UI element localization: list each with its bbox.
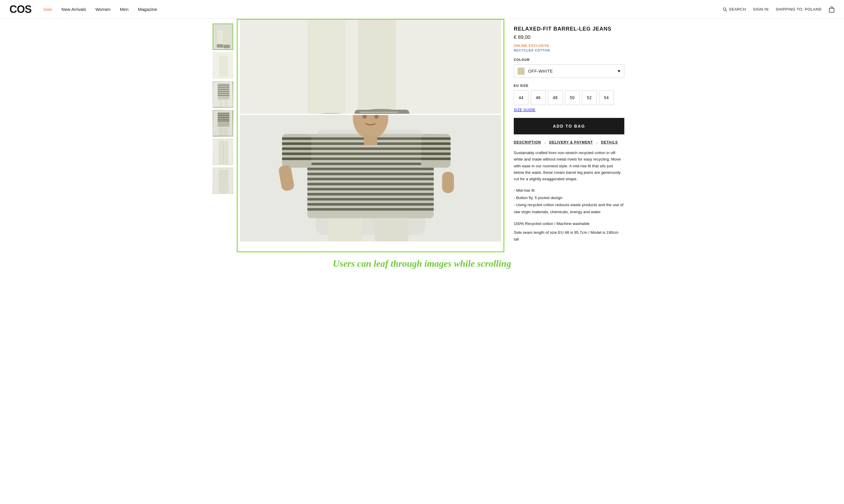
tab-delivery[interactable]: DELIVERY & PAYMENT	[549, 140, 593, 145]
svg-rect-53	[307, 163, 434, 165]
tab-separator-1: –	[544, 140, 546, 145]
colour-selector[interactable]: OFF-WHITE	[514, 65, 624, 78]
bag-button[interactable]	[829, 6, 834, 13]
svg-rect-17	[218, 95, 229, 96]
svg-rect-72	[421, 147, 450, 150]
tab-separator-2: –	[596, 140, 598, 145]
badge-recycled: RECYCLED COTTON	[514, 49, 624, 52]
bottom-annotation: Users can leaf through images while scro…	[0, 252, 844, 275]
chevron-down-icon	[617, 70, 621, 72]
thumbnail-sidebar	[210, 19, 237, 252]
svg-rect-62	[307, 208, 434, 211]
svg-rect-66	[282, 147, 311, 150]
svg-rect-81	[364, 137, 377, 145]
svg-rect-28	[224, 128, 228, 137]
description-text: Sustainably crafted from non-stretch rec…	[514, 150, 624, 182]
thumbnail-6[interactable]	[213, 168, 233, 194]
tab-description[interactable]: DESCRIPTION	[514, 140, 541, 145]
colour-swatch	[518, 68, 525, 75]
product-title: RELAXED-FIT BARREL-LEG JEANS	[514, 26, 624, 32]
search-icon	[722, 7, 727, 12]
svg-rect-4	[218, 30, 223, 46]
svg-rect-73	[421, 152, 450, 155]
size-54[interactable]: 54	[599, 90, 614, 105]
svg-rect-64	[282, 137, 311, 140]
svg-rect-65	[282, 142, 311, 145]
svg-rect-25	[218, 119, 229, 120]
svg-rect-50	[307, 147, 434, 150]
product-image-2	[240, 115, 501, 241]
size-guide-link[interactable]: SIZE GUIDE	[514, 108, 536, 112]
svg-rect-33	[218, 170, 229, 193]
description-bullets: - Mid-rise fit- Button fly, 5 pocket des…	[514, 187, 624, 216]
size-grid: 44 46 48 50 52 54	[514, 90, 624, 105]
add-to-bag-button[interactable]: ADD TO BAG	[514, 118, 624, 134]
svg-rect-75	[328, 218, 362, 241]
svg-rect-74	[421, 158, 450, 160]
svg-rect-57	[307, 183, 434, 185]
size-48[interactable]: 48	[548, 90, 562, 105]
svg-rect-14	[218, 89, 229, 90]
nav-sale[interactable]: Sale	[43, 7, 52, 12]
svg-rect-54	[307, 168, 434, 170]
svg-rect-27	[219, 128, 223, 137]
svg-rect-76	[375, 218, 409, 241]
tab-details[interactable]: DETAILS	[601, 140, 618, 145]
thumbnail-2[interactable]	[213, 52, 233, 79]
svg-rect-26	[218, 121, 229, 122]
svg-rect-9	[219, 56, 228, 76]
svg-point-0	[723, 8, 726, 10]
nav-magazine[interactable]: Magazine	[138, 7, 157, 12]
description-meta2: Side seam length of size EU 48 is 95.7cm…	[514, 229, 624, 243]
bag-icon	[829, 6, 834, 13]
svg-rect-67	[282, 152, 311, 155]
svg-rect-13	[218, 87, 229, 88]
svg-rect-22	[218, 113, 229, 114]
svg-rect-61	[307, 203, 434, 206]
search-label: SEARCH	[729, 7, 746, 12]
thumbnail-4[interactable]	[213, 110, 233, 137]
svg-rect-2	[829, 8, 834, 12]
header-actions: SEARCH SIGN IN SHIPPING TO: POLAND	[722, 6, 834, 13]
svg-rect-16	[218, 93, 229, 94]
shipping-selector[interactable]: SHIPPING TO: POLAND	[776, 7, 822, 12]
signin-button[interactable]: SIGN IN	[753, 7, 769, 12]
svg-rect-24	[218, 117, 229, 118]
svg-rect-47	[307, 134, 434, 218]
svg-rect-70	[421, 137, 450, 140]
product-price: € 89,00	[514, 34, 624, 40]
size-44[interactable]: 44	[514, 90, 528, 105]
svg-rect-56	[307, 178, 434, 181]
size-46[interactable]: 46	[531, 90, 545, 105]
svg-rect-18	[219, 100, 222, 107]
colour-value: OFF-WHITE	[528, 69, 617, 73]
nav-women[interactable]: Women	[95, 7, 110, 12]
thumbnail-3[interactable]	[213, 81, 233, 108]
svg-rect-19	[225, 100, 228, 107]
svg-rect-12	[218, 85, 229, 86]
thumbnail-1[interactable]	[213, 23, 233, 50]
svg-rect-55	[307, 173, 434, 175]
logo[interactable]: COS	[10, 3, 32, 16]
product-image-1	[240, 20, 501, 114]
thumbnail-5[interactable]	[213, 139, 233, 165]
page-content: RELAXED-FIT BARREL-LEG JEANS € 89,00 ONL…	[210, 19, 634, 252]
main-nav: Sale New Arrivals Women Men Magazine	[43, 7, 157, 12]
svg-rect-60	[307, 198, 434, 200]
description-meta1: 100% Recycled cotton / Machine washable	[514, 220, 624, 227]
size-50[interactable]: 50	[565, 90, 580, 105]
svg-rect-5	[224, 30, 229, 46]
product-tabs: DESCRIPTION – DELIVERY & PAYMENT – DETAI…	[514, 140, 624, 145]
product-panel: RELAXED-FIT BARREL-LEG JEANS € 89,00 ONL…	[504, 19, 634, 252]
main-image-area	[237, 19, 504, 252]
nav-men[interactable]: Men	[120, 7, 128, 12]
nav-new-arrivals[interactable]: New Arrivals	[61, 7, 86, 12]
svg-rect-68	[282, 158, 311, 160]
search-button[interactable]: SEARCH	[722, 7, 746, 12]
svg-rect-52	[307, 158, 434, 160]
svg-rect-71	[421, 142, 450, 145]
svg-rect-40	[355, 110, 409, 114]
svg-rect-83	[442, 172, 454, 193]
size-52[interactable]: 52	[582, 90, 597, 105]
svg-rect-59	[307, 193, 434, 196]
